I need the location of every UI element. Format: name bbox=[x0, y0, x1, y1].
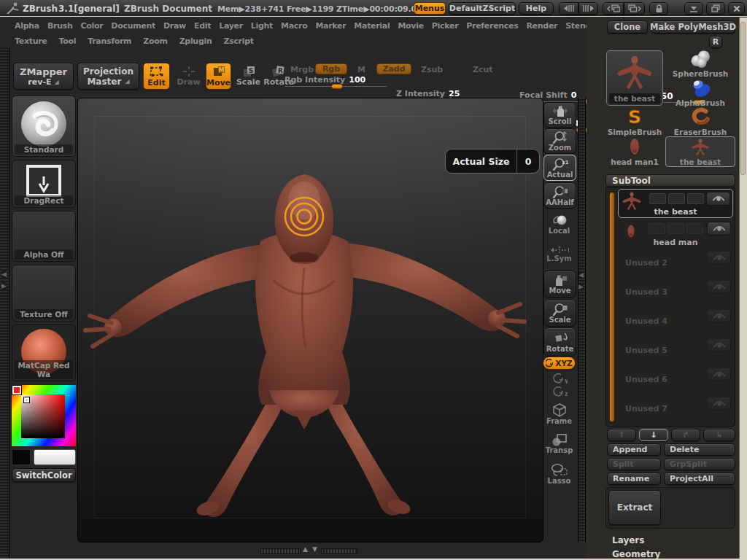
switch-color-button[interactable]: SwitchColor bbox=[12, 468, 76, 482]
hue-cursor[interactable] bbox=[12, 386, 21, 394]
lock-button[interactable] bbox=[649, 2, 668, 15]
right-divider[interactable] bbox=[578, 98, 586, 542]
menu-item[interactable]: Transform bbox=[88, 36, 131, 46]
subtool-item-unused[interactable]: Unused 7 bbox=[618, 394, 733, 424]
color-picker[interactable] bbox=[12, 385, 76, 446]
xyz-rotation-toggle[interactable]: XYZ bbox=[543, 357, 576, 370]
subtool-move-in-button[interactable]: ↳ bbox=[703, 429, 735, 441]
menu-item[interactable]: Picker bbox=[432, 21, 458, 31]
append-button[interactable]: Append bbox=[607, 443, 661, 456]
menu-item[interactable]: Light bbox=[251, 21, 273, 31]
brush-selector[interactable]: Standard bbox=[12, 96, 76, 157]
help-button[interactable]: Help bbox=[519, 2, 554, 15]
make-polymesh3d-button[interactable]: Make PolyMesh3D bbox=[651, 20, 735, 34]
actual-size-tool[interactable]: x1 Actual bbox=[543, 155, 576, 181]
eye-toggle[interactable] bbox=[707, 309, 731, 323]
projectall-button[interactable]: ProjectAll bbox=[664, 472, 735, 485]
sv-cursor[interactable] bbox=[24, 397, 29, 402]
alpha-selector[interactable]: Alpha Off bbox=[12, 211, 76, 262]
subtool-item-unused[interactable]: Unused 2 bbox=[618, 249, 733, 278]
subtool-move-out-button[interactable]: ↱ bbox=[671, 429, 700, 441]
edit-button[interactable]: Edit bbox=[143, 63, 170, 90]
eye-toggle[interactable] bbox=[707, 280, 731, 294]
default-zscript-button[interactable]: DefaultZScript bbox=[449, 2, 516, 15]
lasso-tool[interactable]: Lasso bbox=[543, 462, 575, 486]
panel-scrollbar-thumb[interactable] bbox=[740, 22, 746, 175]
subtool-move-down-button[interactable]: ↓ bbox=[639, 429, 668, 441]
y-rotation-toggle[interactable]: y bbox=[549, 373, 570, 384]
menu-item[interactable]: Document bbox=[111, 21, 155, 31]
layers-section-header[interactable]: Layers bbox=[605, 534, 735, 546]
menu-item[interactable]: Tool bbox=[58, 36, 76, 46]
menu-item[interactable]: Material bbox=[354, 21, 390, 31]
close-button[interactable] bbox=[728, 2, 745, 15]
mrgb-toggle[interactable]: Mrgb bbox=[290, 65, 314, 74]
rgb-intensity-slider[interactable]: Rgb Intensity100 bbox=[285, 75, 387, 89]
eye-toggle[interactable] bbox=[707, 222, 731, 236]
palette-next-button[interactable] bbox=[624, 2, 645, 15]
menu-item[interactable]: Draw bbox=[163, 21, 186, 31]
rotate-view-tool[interactable]: Rotate bbox=[543, 327, 576, 357]
aahalf-tool[interactable]: AAHalf bbox=[543, 182, 576, 209]
z-rotation-toggle[interactable]: z bbox=[549, 386, 570, 397]
subtool-item-unused[interactable]: Unused 6 bbox=[618, 365, 733, 394]
restore-button[interactable] bbox=[706, 2, 725, 15]
tool-head-man1[interactable]: head man1 bbox=[606, 136, 663, 167]
left-edge-divider[interactable] bbox=[0, 48, 9, 558]
palette-prev-button[interactable] bbox=[603, 2, 624, 15]
rename-button[interactable]: Rename bbox=[607, 472, 661, 485]
zadd-toggle[interactable]: Zadd bbox=[376, 63, 411, 74]
extract-button[interactable]: Extract bbox=[608, 490, 661, 525]
tool-eraser-brush[interactable]: EraserBrush bbox=[665, 107, 735, 136]
grpsplit-button[interactable]: GrpSplit bbox=[664, 458, 735, 470]
r-button[interactable]: R bbox=[709, 36, 722, 48]
menu-item[interactable]: Render bbox=[526, 21, 557, 31]
scroll-tool[interactable]: Scroll bbox=[543, 102, 576, 128]
zsub-toggle[interactable]: Zsub bbox=[421, 65, 443, 74]
frame-tool[interactable]: Frame bbox=[543, 402, 575, 427]
local-tool[interactable]: Local bbox=[543, 212, 575, 236]
slider-handle[interactable] bbox=[331, 84, 343, 89]
eye-toggle[interactable] bbox=[706, 192, 730, 206]
menu-item[interactable]: Zscript bbox=[223, 36, 253, 46]
scale-view-tool[interactable]: Scale bbox=[543, 299, 576, 327]
menus-button[interactable]: Menus bbox=[414, 2, 446, 15]
material-selector[interactable]: MatCap Red Wa bbox=[12, 324, 76, 381]
canvas-hsplit-grip[interactable] bbox=[260, 548, 301, 554]
stroke-selector[interactable]: DragRect bbox=[12, 160, 76, 208]
primary-color-swatch[interactable] bbox=[34, 449, 76, 465]
collapse-left-icon[interactable]: ◀ bbox=[1, 270, 7, 279]
subtool-item-the-beast[interactable]: the beast bbox=[618, 189, 733, 218]
tool-sphere-brush[interactable]: SphereBrush bbox=[665, 50, 735, 78]
rgb-toggle[interactable]: Rgb bbox=[315, 63, 347, 74]
move-view-tool[interactable]: Move bbox=[543, 271, 576, 298]
delete-button[interactable]: Delete bbox=[664, 443, 735, 456]
clone-button[interactable]: Clone bbox=[607, 20, 648, 34]
menu-item[interactable]: Alpha bbox=[15, 21, 39, 31]
split-button[interactable]: Split bbox=[607, 458, 661, 470]
menu-item[interactable]: Color bbox=[80, 21, 103, 31]
divider-left-button[interactable] bbox=[559, 2, 578, 15]
subtool-item-unused[interactable]: Unused 3 bbox=[618, 278, 733, 307]
subtool-item-head-man[interactable]: head man bbox=[618, 219, 733, 249]
canvas-hsplit-grip[interactable] bbox=[321, 548, 357, 554]
geometry-section-header[interactable]: Geometry bbox=[605, 549, 735, 559]
tool-beast-recent[interactable]: the beast bbox=[665, 136, 735, 167]
menu-item[interactable]: Edit bbox=[194, 21, 211, 31]
document-canvas[interactable]: Actual Size 0 bbox=[77, 98, 543, 542]
menu-item[interactable]: Layer bbox=[219, 21, 243, 31]
collapse-right-icon[interactable]: ▶ bbox=[1, 281, 7, 290]
secondary-color-swatch[interactable] bbox=[12, 449, 31, 465]
menu-item[interactable]: Marker bbox=[315, 21, 346, 31]
zoom-tool[interactable]: Zoom bbox=[543, 128, 576, 154]
subtool-scrollbar[interactable] bbox=[609, 192, 615, 422]
zcut-toggle[interactable]: Zcut bbox=[473, 65, 493, 74]
minimize-button[interactable] bbox=[684, 2, 703, 15]
eye-toggle[interactable] bbox=[707, 397, 731, 411]
subtool-move-up-button[interactable]: ↑ bbox=[607, 429, 636, 441]
menu-item[interactable]: Zoom bbox=[143, 36, 167, 46]
tool-simple-brush[interactable]: S SimpleBrush bbox=[606, 107, 663, 136]
scale-button[interactable]: S Scale bbox=[235, 63, 262, 90]
m-toggle[interactable]: M bbox=[357, 65, 365, 74]
subtool-item-unused[interactable]: Unused 4 bbox=[618, 307, 733, 336]
